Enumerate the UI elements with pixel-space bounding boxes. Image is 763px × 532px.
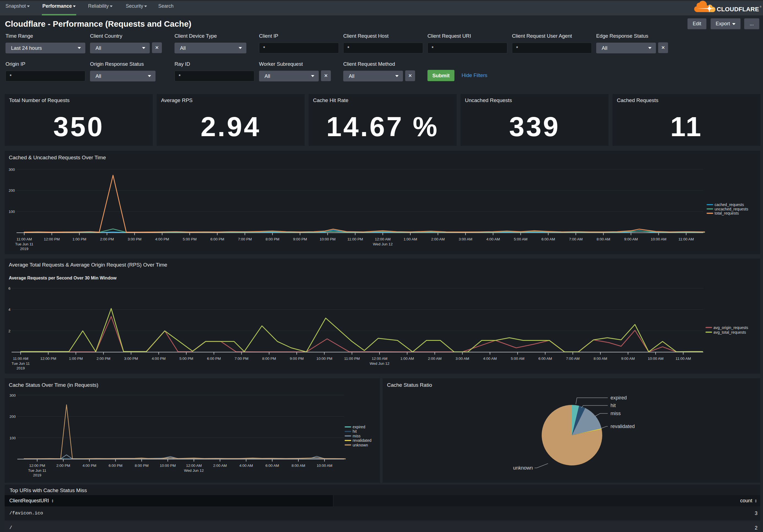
svg-text:Wed Jun 12: Wed Jun 12: [373, 242, 393, 246]
svg-text:5:00 AM: 5:00 AM: [514, 237, 528, 241]
svg-text:3:00 AM: 3:00 AM: [459, 237, 472, 241]
svg-text:9:00 AM: 9:00 AM: [624, 237, 638, 241]
svg-text:12:00 AM: 12:00 AM: [375, 237, 390, 241]
svg-text:10:00 PM: 10:00 PM: [160, 464, 176, 468]
svg-text:12:00 AM: 12:00 AM: [372, 357, 387, 361]
svg-text:6:00 PM: 6:00 PM: [210, 237, 224, 241]
svg-text:4:00 PM: 4:00 PM: [155, 237, 169, 241]
svg-text:2:00 AM: 2:00 AM: [431, 237, 445, 241]
svg-text:9:00 PM: 9:00 PM: [290, 357, 304, 361]
svg-text:2:00 AM: 2:00 AM: [213, 464, 227, 468]
svg-text:300: 300: [9, 394, 16, 398]
svg-text:miss: miss: [610, 411, 621, 416]
svg-text:8:00 AM: 8:00 AM: [291, 464, 305, 468]
svg-text:12:00 PM: 12:00 PM: [44, 237, 60, 241]
svg-text:1:00 AM: 1:00 AM: [403, 237, 417, 241]
svg-text:2:00 PM: 2:00 PM: [100, 237, 114, 241]
svg-text:3:00 PM: 3:00 PM: [124, 357, 138, 361]
svg-text:3:00 PM: 3:00 PM: [128, 237, 142, 241]
svg-text:11:00 PM: 11:00 PM: [344, 357, 360, 361]
svg-text:200: 200: [9, 414, 16, 419]
svg-text:cached_requests: cached_requests: [714, 203, 744, 207]
svg-text:uncached_requests: uncached_requests: [714, 207, 748, 211]
svg-text:unknown: unknown: [513, 465, 533, 471]
svg-text:2:00 PM: 2:00 PM: [97, 357, 110, 361]
svg-text:5:00 PM: 5:00 PM: [179, 357, 193, 361]
svg-text:6:00 PM: 6:00 PM: [109, 464, 123, 468]
svg-text:4: 4: [8, 308, 10, 312]
svg-text:6: 6: [8, 286, 10, 291]
svg-text:200: 200: [9, 188, 15, 193]
svg-text:unknown: unknown: [353, 443, 368, 447]
svg-text:11:00 AM: 11:00 AM: [679, 237, 694, 241]
svg-text:4:00 AM: 4:00 AM: [487, 237, 500, 241]
svg-text:12:00 PM: 12:00 PM: [29, 464, 45, 468]
svg-text:4:00 AM: 4:00 AM: [483, 357, 497, 361]
svg-text:3:00 AM: 3:00 AM: [456, 357, 469, 361]
svg-text:9:00 PM: 9:00 PM: [293, 237, 307, 241]
svg-text:10:00 AM: 10:00 AM: [648, 357, 663, 361]
svg-text:Tue Jun 11: Tue Jun 11: [28, 469, 46, 473]
svg-text:7:00 PM: 7:00 PM: [238, 237, 252, 241]
svg-text:miss: miss: [353, 434, 361, 438]
svg-text:hit: hit: [610, 403, 616, 408]
svg-text:2019: 2019: [17, 366, 25, 370]
svg-text:100: 100: [9, 210, 15, 214]
svg-text:100: 100: [9, 436, 16, 440]
svg-text:7:00 PM: 7:00 PM: [235, 357, 248, 361]
svg-text:12:00 AM: 12:00 AM: [186, 464, 202, 468]
svg-text:1:00 AM: 1:00 AM: [400, 357, 414, 361]
svg-text:hit: hit: [353, 429, 357, 433]
svg-text:expired: expired: [353, 425, 365, 429]
svg-text:10:00 PM: 10:00 PM: [320, 237, 336, 241]
svg-text:8:00 PM: 8:00 PM: [266, 237, 279, 241]
svg-text:2: 2: [8, 329, 10, 333]
svg-text:2019: 2019: [20, 247, 28, 251]
svg-text:9:00 AM: 9:00 AM: [621, 357, 635, 361]
svg-text:8:00 PM: 8:00 PM: [262, 357, 276, 361]
svg-text:expired: expired: [610, 395, 627, 400]
svg-text:Wed Jun 12: Wed Jun 12: [370, 361, 389, 366]
svg-text:6:00 AM: 6:00 AM: [538, 357, 552, 361]
svg-text:2019: 2019: [33, 473, 41, 477]
svg-text:avg_origin_requests: avg_origin_requests: [713, 325, 748, 330]
svg-text:total_requests: total_requests: [714, 211, 739, 216]
svg-text:2:00 PM: 2:00 PM: [56, 464, 70, 468]
svg-text:8:00 PM: 8:00 PM: [135, 464, 148, 468]
svg-text:2:00 AM: 2:00 AM: [428, 357, 442, 361]
svg-text:revalidated: revalidated: [353, 438, 372, 443]
svg-text:revalidated: revalidated: [610, 424, 635, 429]
svg-text:6:00 PM: 6:00 PM: [207, 357, 221, 361]
svg-text:4:00 PM: 4:00 PM: [82, 464, 96, 468]
svg-text:avg_total_requests: avg_total_requests: [713, 330, 746, 334]
svg-text:8:00 AM: 8:00 AM: [594, 357, 607, 361]
svg-text:Tue Jun 11: Tue Jun 11: [12, 361, 30, 366]
svg-text:11:00 AM: 11:00 AM: [676, 357, 691, 361]
svg-text:10:00 AM: 10:00 AM: [317, 464, 332, 468]
svg-text:8:00 AM: 8:00 AM: [597, 237, 610, 241]
svg-text:4:00 PM: 4:00 PM: [152, 357, 165, 361]
svg-text:12:00 PM: 12:00 PM: [40, 357, 56, 361]
svg-text:1:00 PM: 1:00 PM: [69, 357, 82, 361]
svg-text:1:00 PM: 1:00 PM: [72, 237, 86, 241]
svg-text:10:00 AM: 10:00 AM: [651, 237, 666, 241]
svg-text:®: ®: [760, 6, 762, 8]
svg-text:Wed Jun 12: Wed Jun 12: [184, 469, 204, 473]
svg-text:11:00 PM: 11:00 PM: [347, 237, 363, 241]
svg-text:7:00 AM: 7:00 AM: [569, 237, 583, 241]
svg-text:6:00 AM: 6:00 AM: [265, 464, 279, 468]
svg-text:4:00 AM: 4:00 AM: [239, 464, 253, 468]
svg-text:11:00 AM: 11:00 AM: [17, 237, 32, 241]
svg-text:CLOUDFLARE: CLOUDFLARE: [717, 6, 759, 13]
svg-text:6:00 AM: 6:00 AM: [541, 237, 555, 241]
svg-text:10:00 PM: 10:00 PM: [316, 357, 332, 361]
svg-text:11:00 AM: 11:00 AM: [13, 357, 28, 361]
svg-text:7:00 AM: 7:00 AM: [566, 357, 580, 361]
svg-text:5:00 PM: 5:00 PM: [183, 237, 196, 241]
svg-text:Tue Jun 11: Tue Jun 11: [15, 242, 33, 246]
svg-text:300: 300: [9, 167, 15, 172]
svg-text:5:00 AM: 5:00 AM: [511, 357, 525, 361]
